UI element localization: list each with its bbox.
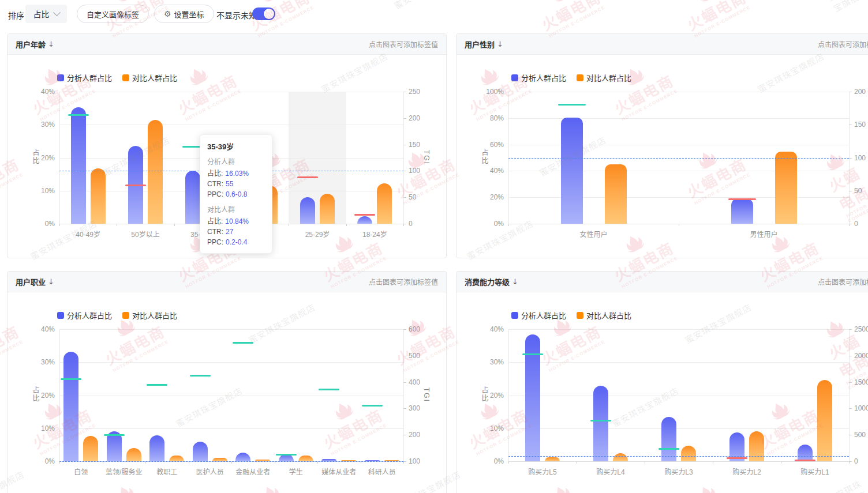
bar-compare[interactable] — [775, 152, 797, 224]
bar-compare[interactable] — [377, 183, 392, 224]
right-axis-tick-mark — [849, 408, 852, 409]
left-axis-tick: 0% — [25, 457, 55, 465]
right-axis-tick-mark — [849, 356, 852, 356]
x-axis-tick-mark — [849, 224, 850, 226]
right-axis-tick: 400 — [409, 378, 420, 386]
right-axis-tick-mark — [403, 118, 406, 119]
tgi-marker — [125, 185, 146, 186]
tgi-marker — [276, 454, 297, 456]
bar-analysis[interactable] — [107, 431, 122, 461]
tgi-marker — [362, 405, 383, 407]
bar-compare[interactable] — [169, 456, 184, 461]
legend-swatch-analysis — [57, 74, 64, 81]
panel-title-sort[interactable]: 用户职业 ↓ — [16, 276, 54, 287]
tgi-marker — [233, 342, 253, 344]
bar-compare[interactable] — [605, 164, 627, 224]
legend-item-analysis[interactable]: 分析人群占比 — [511, 72, 566, 83]
bar-analysis[interactable] — [193, 442, 208, 461]
right-axis-tick-mark — [403, 408, 406, 409]
bar-analysis[interactable] — [300, 197, 315, 224]
tgi-marker — [728, 198, 756, 200]
bar-compare[interactable] — [545, 457, 560, 461]
legend-item-analysis[interactable]: 分析人群占比 — [57, 72, 112, 83]
legend-item-compare[interactable]: 对比人群占比 — [577, 310, 631, 321]
panel-title-sort[interactable]: 用户年龄 ↓ — [16, 39, 54, 50]
bar-compare[interactable] — [83, 436, 98, 461]
right-axis-tick-mark — [849, 435, 852, 435]
sort-desc-icon: ↓ — [512, 277, 518, 286]
right-axis-tick: 500 — [409, 352, 420, 360]
tgi-marker — [727, 457, 747, 459]
x-category-label: 50岁以上 — [114, 229, 177, 239]
bar-analysis[interactable] — [593, 386, 608, 461]
x-axis-tick-mark — [781, 461, 781, 464]
bar-compare[interactable] — [613, 453, 628, 461]
panel-header: 用户性别 ↓ 点击图表可添加标签值 — [457, 34, 868, 55]
left-axis-title: 占比 — [480, 149, 489, 165]
legend-item-analysis[interactable]: 分析人群占比 — [57, 310, 112, 321]
custom-portrait-label-button[interactable]: 自定义画像标签 — [77, 5, 149, 23]
right-axis-tick: 0 — [854, 220, 858, 228]
bar-analysis[interactable] — [731, 199, 753, 224]
tgi-marker — [68, 114, 89, 116]
panel-title-sort[interactable]: 用户性别 ↓ — [465, 39, 503, 50]
right-axis-tick-mark — [403, 171, 406, 171]
sort-dropdown[interactable]: 占比 — [25, 5, 67, 23]
bar-analysis[interactable] — [63, 352, 78, 461]
gridline — [508, 118, 849, 119]
gridline — [508, 329, 849, 330]
left-axis-tick: 0% — [474, 220, 504, 228]
right-axis-tick-mark — [403, 382, 406, 383]
set-axis-button[interactable]: ⚙ 设置坐标 — [154, 5, 214, 23]
bar-analysis[interactable] — [357, 216, 372, 224]
right-axis-tick-mark — [403, 329, 406, 330]
tgi-marker — [297, 176, 318, 178]
chart-plot[interactable]: 0%10%20%30%40%100200300400500600占比TGI白领蓝… — [59, 329, 403, 461]
right-axis-tick-mark — [849, 92, 852, 92]
bar-analysis[interactable] — [561, 118, 583, 224]
x-axis-tick-mark — [403, 461, 404, 464]
chart-plot[interactable]: 0%10%20%30%40%05001000150020002500占比TGI购… — [508, 329, 849, 461]
right-axis-tick: 2000 — [854, 352, 868, 360]
bar-analysis[interactable] — [661, 417, 676, 461]
right-axis-tick-mark — [403, 92, 406, 92]
x-axis-tick-mark — [713, 461, 713, 464]
hide-unknown-toggle[interactable] — [252, 7, 275, 20]
right-axis-tick: 0 — [854, 457, 858, 465]
bar-analysis[interactable] — [235, 453, 250, 461]
bar-compare[interactable] — [817, 380, 832, 461]
bar-analysis[interactable] — [185, 171, 200, 224]
right-axis-tick: 200 — [854, 88, 866, 96]
tgi-marker — [558, 104, 586, 106]
bar-compare[interactable] — [126, 448, 141, 461]
panel-consumption-level: 消费能力等级 ↓ 点击图表可添加标签值 分析人群占比 对比人群占比 0%10%2… — [456, 271, 868, 493]
bar-analysis[interactable] — [71, 107, 86, 224]
bar-compare[interactable] — [681, 446, 696, 461]
gridline — [508, 92, 849, 92]
tgi-marker — [61, 378, 81, 380]
x-axis-tick-mark — [403, 224, 404, 226]
left-axis-tick: 10% — [474, 424, 504, 432]
bar-compare[interactable] — [320, 194, 335, 224]
legend-swatch-compare — [122, 312, 129, 319]
chart-tooltip: 35-39岁 分析人群 占比:16.03% CTR:55 PPC:0.6-0.8… — [200, 134, 272, 254]
bar-analysis[interactable] — [798, 445, 813, 461]
bar-compare[interactable] — [91, 168, 106, 224]
chart-plot[interactable]: 0%20%40%60%80%100%050100150200占比TGI女性用户男… — [508, 92, 849, 224]
bar-compare[interactable] — [148, 120, 163, 224]
sort-desc-icon: ↓ — [497, 40, 503, 48]
bar-compare[interactable] — [749, 431, 764, 461]
legend-item-compare[interactable]: 对比人群占比 — [577, 72, 631, 83]
legend-swatch-analysis — [511, 312, 518, 319]
legend-item-analysis[interactable]: 分析人群占比 — [511, 310, 566, 321]
panel-title-sort[interactable]: 消费能力等级 ↓ — [465, 276, 518, 287]
tgi-marker — [795, 460, 815, 461]
right-axis-tick: 200 — [409, 114, 420, 122]
legend-item-compare[interactable]: 对比人群占比 — [122, 72, 177, 83]
legend-item-compare[interactable]: 对比人群占比 — [122, 310, 177, 321]
sort-desc-icon: ↓ — [48, 40, 54, 48]
bar-compare[interactable] — [298, 456, 313, 461]
plot-right-border — [403, 92, 404, 224]
left-axis-tick: 30% — [474, 358, 504, 366]
bar-analysis[interactable] — [149, 435, 164, 461]
